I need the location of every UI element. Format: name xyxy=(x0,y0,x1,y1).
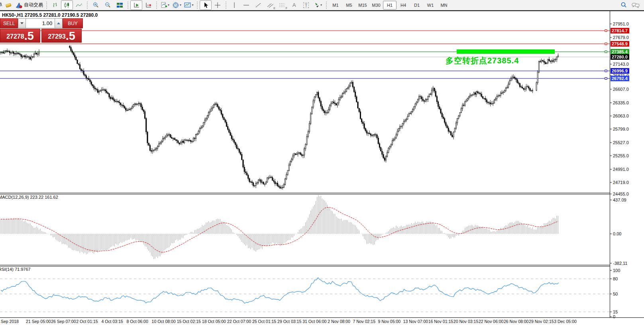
time-axis-label: 29 Nov 02:15 xyxy=(529,319,554,324)
one-click-trading-panel: SELL BUY 27278.5 27293.5 xyxy=(0,18,83,43)
one-click-order-row: SELL BUY xyxy=(0,18,83,28)
hline-drag-handle[interactable] xyxy=(605,43,607,45)
rsi-pane-separator[interactable] xyxy=(0,265,610,266)
macd-pane-separator[interactable] xyxy=(0,193,610,194)
time-axis-label: 2 Nov 08:00 xyxy=(328,319,350,324)
rsi-axis-label: 80 xyxy=(613,276,618,281)
price-axis-tick-label: 25799.0 xyxy=(613,127,629,131)
chart-symbol-title: HK50-,H1 27205.5 27281.0 27190.5 27280.0 xyxy=(2,12,98,18)
macd-axis-label: 0.00 xyxy=(613,231,621,236)
time-axis-label: 3 Dec 05:00 xyxy=(554,319,577,324)
triangle-up-icon xyxy=(57,22,60,24)
one-click-price-row: 27278.5 27293.5 xyxy=(0,29,83,43)
sell-price-button[interactable]: 27278.5 xyxy=(0,29,40,43)
buy-price-main: 27293 xyxy=(48,31,66,42)
time-axis-label: 22 Oct 07:00 xyxy=(227,319,251,324)
price-level-badge: 27548.9 xyxy=(611,41,629,47)
macd-indicator-label: MACD(12,26,9) 223.22 161.62 xyxy=(0,195,58,200)
price-level-badge: 27385.4 xyxy=(611,49,629,55)
time-axis-label: 31 Oct 06:00 xyxy=(302,319,326,324)
price-level-badge: 27814.7 xyxy=(611,28,629,33)
rsi-indicator-label: RSI(14) 71.9767 xyxy=(0,267,31,272)
macd-axis-label: -382.11 xyxy=(613,261,628,266)
sell-price-fraction: .5 xyxy=(24,30,34,42)
rsi-axis-label: 0 xyxy=(613,314,615,319)
price-axis-tick-label: 24719.0 xyxy=(613,180,629,185)
time-axis-label: 7 Nov 02:15 xyxy=(353,319,375,324)
time-axis-label: 29 Oct 03:15 xyxy=(277,319,301,324)
horizontal-line-objects[interactable] xyxy=(0,30,610,80)
price-axis-tick-label: 25527.0 xyxy=(613,140,629,145)
time-axis-label: 4 Oct 03:15 xyxy=(101,319,123,324)
rsi-line xyxy=(1,278,559,303)
time-axis-label: 10 Oct 08:00 xyxy=(152,319,176,324)
time-axis-label: 2 Oct 01:15 xyxy=(76,319,98,324)
rsi-axis-label: 15 xyxy=(613,309,618,314)
time-axis-label: 16 Nov 01:15 xyxy=(428,319,453,324)
macd-histogram xyxy=(1,195,558,259)
mt4-terminal: { "window": { "title": "HK50-,H1 27205.5… xyxy=(0,0,644,325)
price-axis-tick-label: 25255.0 xyxy=(613,153,629,158)
time-axis-label: 21 Sep 05:00 xyxy=(26,319,51,324)
time-axis-label: Sep 2018 xyxy=(1,319,19,324)
sell-button[interactable]: SELL xyxy=(0,18,18,28)
rsi-axis-label: 100 xyxy=(613,268,620,273)
macd-axis-label: 437.09 xyxy=(613,198,626,202)
chart-canvas[interactable] xyxy=(0,0,644,325)
candlestick-series xyxy=(0,45,559,190)
time-axis-label: 18 Oct 05:00 xyxy=(202,319,226,324)
volume-decrease-button[interactable] xyxy=(18,18,26,28)
pivot-annotation-text: 多空转折点27385.4 xyxy=(446,55,519,66)
time-axis-label: 13 Nov 07:00 xyxy=(403,319,428,324)
price-axis-tick-label: 26607.0 xyxy=(613,87,629,92)
volume-input[interactable] xyxy=(26,18,55,28)
hline-drag-handle[interactable] xyxy=(605,30,607,32)
triangle-down-icon xyxy=(20,22,24,24)
rsi-pane-graphics xyxy=(0,278,610,312)
time-axis-label: 8 Oct 06:00 xyxy=(127,319,148,324)
buy-price-fraction: .5 xyxy=(66,30,75,42)
volume-increase-button[interactable] xyxy=(55,18,63,28)
buy-button[interactable]: BUY xyxy=(63,18,83,28)
price-level-badge: 26792.4 xyxy=(611,76,629,81)
price-axis-tick-label: 26335.0 xyxy=(613,100,629,105)
price-axis-tick-label: 27679.0 xyxy=(613,35,629,40)
pivot-zone-rectangle[interactable] xyxy=(457,49,555,54)
hline-drag-handle[interactable] xyxy=(605,78,607,80)
price-level-badge: 26996.9 xyxy=(611,68,629,74)
time-axis-label: 25 Oct 01:15 xyxy=(252,319,276,324)
rsi-axis-label: 50 xyxy=(613,292,618,296)
price-axis-tick-label: 26063.0 xyxy=(613,114,629,118)
sell-price-main: 27278 xyxy=(6,31,24,42)
price-level-badge: 27280.0 xyxy=(611,54,629,60)
hline-drag-handle[interactable] xyxy=(605,51,607,53)
buy-price-button[interactable]: 27293.5 xyxy=(41,29,82,43)
price-axis-tick-label: 24991.0 xyxy=(613,167,629,172)
hline-drag-handle[interactable] xyxy=(605,70,607,72)
macd-signal-line xyxy=(1,208,558,253)
price-axis-tick-label: 24455.0 xyxy=(613,192,629,196)
time-axis-label: 9 Nov 05:00 xyxy=(378,319,401,324)
time-axis-label: 26 Nov 08:00 xyxy=(504,319,528,324)
time-axis-label: 20 Nov 03:15 xyxy=(454,319,478,324)
time-axis-label: 22 Nov 06:00 xyxy=(479,319,503,324)
time-axis-label: 26 Sep 07:00 xyxy=(51,319,76,324)
price-axis-border xyxy=(610,11,610,317)
price-axis-tick-label: 27951.0 xyxy=(613,22,629,26)
time-axis-border xyxy=(0,317,644,318)
time-axis-label: 15 Oct 02:15 xyxy=(177,319,201,324)
price-axis-tick-label: 27143.0 xyxy=(613,62,629,67)
